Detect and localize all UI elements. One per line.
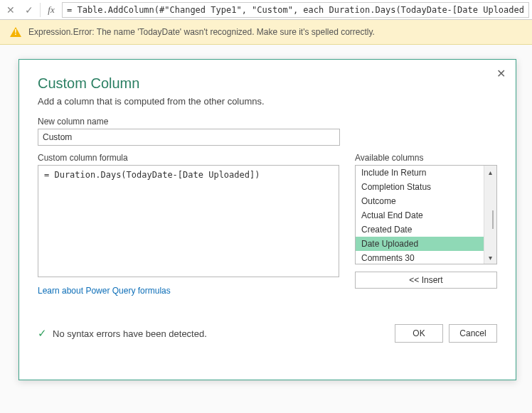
- error-text: Expression.Error: The name 'TodayDate' w…: [28, 27, 375, 37]
- learn-link[interactable]: Learn about Power Query formulas: [38, 286, 339, 296]
- list-item[interactable]: Date Uploaded: [356, 237, 484, 251]
- list-item[interactable]: Comments 30: [356, 251, 484, 264]
- dialog-title: Custom Column: [38, 75, 497, 92]
- close-icon[interactable]: ✕: [494, 67, 507, 80]
- error-banner: Expression.Error: The name 'TodayDate' w…: [0, 20, 532, 45]
- formula-input[interactable]: [62, 2, 529, 18]
- custom-column-dialog: ✕ Custom Column Add a column that is com…: [18, 59, 516, 380]
- insert-button[interactable]: << Insert: [355, 272, 497, 289]
- warning-icon: [10, 27, 21, 37]
- check-icon: ✓: [38, 327, 47, 340]
- list-item[interactable]: Outcome: [356, 194, 484, 208]
- dialog-subtitle: Add a column that is computed from the o…: [38, 96, 497, 107]
- available-columns-list[interactable]: Include In ReturnCompletion StatusOutcom…: [355, 165, 497, 264]
- formula-bar: ✕ ✓ fx: [0, 0, 532, 20]
- list-item[interactable]: Created Date: [356, 222, 484, 237]
- list-item[interactable]: Completion Status: [356, 180, 484, 194]
- status-text: No syntax errors have been detected.: [53, 328, 389, 339]
- new-column-label: New column name: [38, 117, 497, 127]
- list-item[interactable]: Actual End Date: [356, 208, 484, 222]
- separator: [40, 3, 41, 17]
- scroll-down-icon[interactable]: ▾: [484, 251, 496, 264]
- scroll-up-icon[interactable]: ▴: [484, 166, 496, 178]
- available-columns-label: Available columns: [355, 153, 497, 163]
- formula-cancel-icon[interactable]: ✕: [3, 2, 18, 18]
- fx-icon[interactable]: fx: [43, 2, 59, 18]
- list-item[interactable]: Include In Return: [356, 166, 484, 180]
- ok-button[interactable]: OK: [395, 324, 443, 343]
- scrollbar[interactable]: ▴ ▾: [484, 166, 496, 264]
- formula-accept-icon[interactable]: ✓: [21, 2, 37, 18]
- new-column-input[interactable]: [38, 129, 340, 146]
- formula-textarea[interactable]: = Duration.Days(TodayDate-[Date Uploaded…: [38, 165, 339, 277]
- cancel-button[interactable]: Cancel: [449, 324, 497, 343]
- scroll-thumb[interactable]: [492, 210, 494, 229]
- formula-label: Custom column formula: [38, 153, 339, 163]
